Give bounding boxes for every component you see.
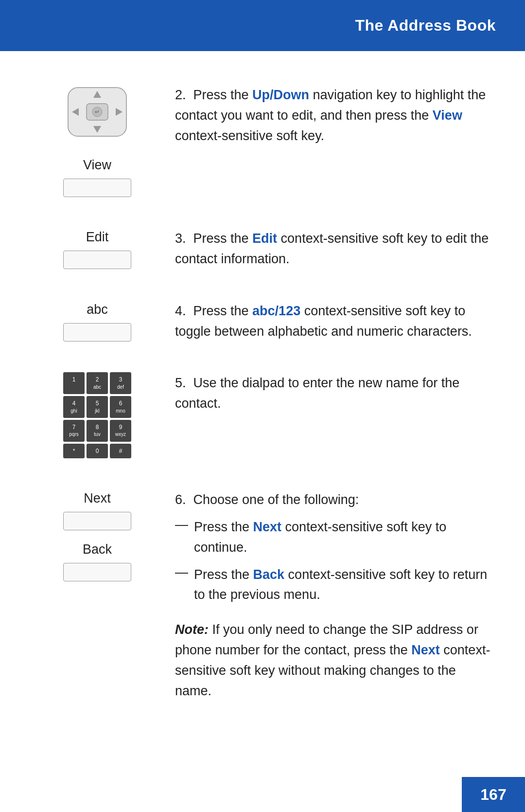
step-3-row: Edit 3. Press the Edit context-sensitive… [39, 224, 491, 270]
step-6-text: 6. Choose one of the following: [175, 490, 491, 510]
step-5-text: 5. Use the dialpad to enter the new name… [175, 373, 491, 414]
next-blue-2: Next [411, 643, 440, 657]
step-2-number: 2. [175, 88, 193, 102]
step-6-bullet-2: — Press the Back context-sensitive soft … [175, 565, 491, 606]
step-4-row: abc 4. Press the abc/123 context-sensiti… [39, 296, 491, 342]
dialpad-key-9: 9wxyz [110, 420, 131, 442]
dialpad-grid: 1 2abc 3def 4ghi 5jkl 6mno 7pqrs 8tuv 9w… [63, 372, 131, 458]
abc-softkey-btn [63, 323, 131, 342]
footer: 167 [462, 777, 525, 812]
main-content: ↵ View 2. Press the Up/Down navigation k… [0, 51, 525, 767]
step-5-row: 1 2abc 3def 4ghi 5jkl 6mno 7pqrs 8tuv 9w… [39, 368, 491, 458]
step-5-right: 5. Use the dialpad to enter the new name… [175, 368, 491, 414]
step-5-left: 1 2abc 3def 4ghi 5jkl 6mno 7pqrs 8tuv 9w… [39, 368, 156, 458]
dialpad-key-5: 5jkl [87, 396, 108, 418]
step-3-number: 3. [175, 231, 193, 246]
step-3-right: 3. Press the Edit context-sensitive soft… [175, 224, 491, 270]
step-6-bullet-1: — Press the Next context-sensitive soft … [175, 517, 491, 558]
svg-text:↵: ↵ [95, 108, 100, 115]
abc-label: abc [87, 302, 108, 317]
page-number: 167 [480, 786, 506, 804]
next-label: Next [84, 491, 111, 506]
step-5-number: 5. [175, 376, 193, 390]
note-block: Note: If you only need to change the SIP… [175, 620, 491, 701]
header-bar: The Address Book [0, 0, 525, 51]
back-softkey-btn [63, 563, 131, 581]
next-softkey-btn [63, 512, 131, 530]
dialpad-illustration: 1 2abc 3def 4ghi 5jkl 6mno 7pqrs 8tuv 9w… [63, 372, 131, 458]
next-blue-1: Next [253, 520, 282, 534]
step-6-number: 6. [175, 492, 193, 507]
dialpad-key-2: 2abc [87, 372, 108, 394]
step-4-left: abc [39, 296, 156, 342]
dialpad-key-star: * [63, 444, 85, 458]
dialpad-key-7: 7pqrs [63, 420, 85, 442]
dialpad-key-3: 3def [110, 372, 131, 394]
step-4-abc123: abc/123 [252, 304, 300, 318]
view-label: View [83, 158, 111, 173]
step-2-right: 2. Press the Up/Down navigation key to h… [175, 80, 491, 146]
edit-softkey-btn [63, 251, 131, 269]
dialpad-key-1: 1 [63, 372, 85, 394]
dialpad-key-6: 6mno [110, 396, 131, 418]
dialpad-key-0: 0 [87, 444, 108, 458]
step-2-row: ↵ View 2. Press the Up/Down navigation k… [39, 80, 491, 197]
step-6-row: Next Back 6. Choose one of the following… [39, 485, 491, 702]
step-2-left: ↵ View [39, 80, 156, 197]
step-2-view: View [433, 108, 462, 123]
note-label: Note: [175, 622, 209, 637]
dialpad-key-hash: # [110, 444, 131, 458]
back-label: Back [83, 542, 112, 557]
view-softkey-btn [63, 179, 131, 197]
step-6-bullet-2-text: Press the Back context-sensitive soft ke… [194, 565, 491, 606]
step-3-text: 3. Press the Edit context-sensitive soft… [175, 229, 491, 270]
step-4-number: 4. [175, 304, 193, 318]
header-title: The Address Book [355, 17, 496, 35]
step-3-edit: Edit [252, 231, 277, 246]
dialpad-key-4: 4ghi [63, 396, 85, 418]
edit-label: Edit [86, 230, 109, 245]
step-2-text: 2. Press the Up/Down navigation key to h… [175, 85, 491, 146]
nav-device-illustration: ↵ [58, 80, 136, 147]
step-3-left: Edit [39, 224, 156, 269]
step-6-right: 6. Choose one of the following: — Press … [175, 485, 491, 702]
dialpad-key-8: 8tuv [87, 420, 108, 442]
step-6-left: Next Back [39, 485, 156, 581]
dash-2: — [175, 565, 188, 606]
back-blue: Back [253, 567, 285, 582]
step-2-updown: Up/Down [252, 88, 309, 102]
step-6-bullet-1-text: Press the Next context-sensitive soft ke… [194, 517, 491, 558]
dash-1: — [175, 517, 188, 558]
step-4-right: 4. Press the abc/123 context-sensitive s… [175, 296, 491, 342]
step-4-text: 4. Press the abc/123 context-sensitive s… [175, 301, 491, 342]
